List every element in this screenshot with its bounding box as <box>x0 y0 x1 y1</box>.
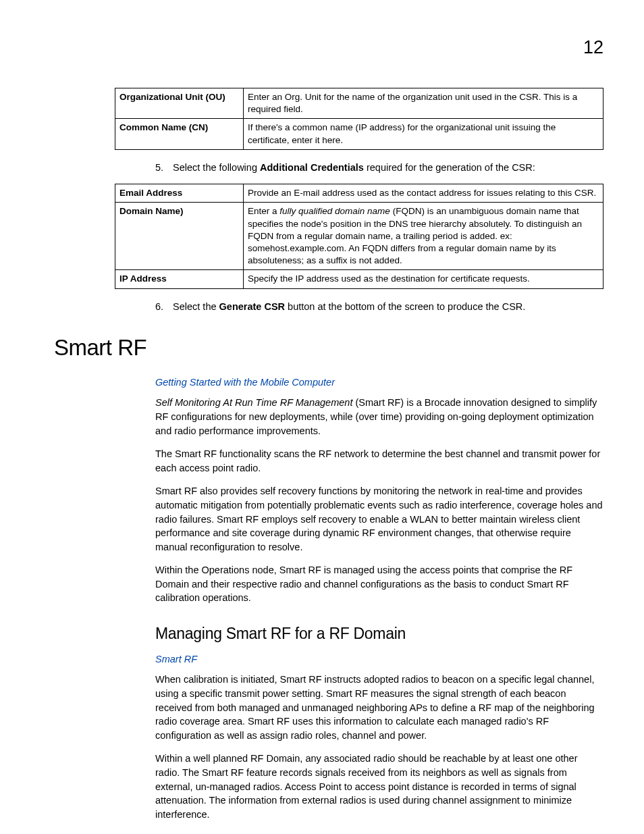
table-csr-fields-1: Organizational Unit (OU) Enter an Org. U… <box>115 88 603 150</box>
table-row: Domain Name) Enter a fully qualified dom… <box>115 203 603 270</box>
table-csr-fields-2: Email Address Provide an E-mail address … <box>115 184 603 289</box>
field-desc: Enter an Org. Unit for the name of the o… <box>244 88 603 119</box>
table-row: Organizational Unit (OU) Enter an Org. U… <box>115 88 603 119</box>
step-text-pre: Select the <box>173 301 219 312</box>
step-text-bold: Generate CSR <box>219 301 286 312</box>
section-title-smart-rf: Smart RF <box>54 332 603 363</box>
field-label: Email Address <box>115 184 244 203</box>
step-number: 5. <box>155 161 170 174</box>
field-label: IP Address <box>115 270 244 288</box>
table-row: Email Address Provide an E-mail address … <box>115 184 603 203</box>
field-label: Common Name (CN) <box>115 119 244 149</box>
field-desc: Specify the IP address used as the desti… <box>244 270 603 288</box>
para-calibration: When calibration is initiated, Smart RF … <box>155 673 603 742</box>
table-row: Common Name (CN) If there's a common nam… <box>115 119 603 149</box>
para-scan: The Smart RF functionality scans the RF … <box>155 447 603 475</box>
desc-pre: Enter a <box>248 206 279 216</box>
para-rf-domain: Within a well planned RF Domain, any ass… <box>155 752 603 821</box>
page-content: Organizational Unit (OU) Enter an Org. U… <box>54 88 603 831</box>
field-desc: If there's a common name (IP address) fo… <box>244 119 603 149</box>
step-text-post: button at the bottom of the screen to pr… <box>285 301 525 312</box>
link-getting-started[interactable]: Getting Started with the Mobile Computer <box>155 375 603 389</box>
field-label: Domain Name) <box>115 203 244 270</box>
page-number: 12 <box>583 35 603 61</box>
link-smart-rf[interactable]: Smart RF <box>155 652 603 666</box>
para-operations: Within the Operations node, Smart RF is … <box>155 563 603 605</box>
step-number: 6. <box>155 300 170 313</box>
field-desc: Enter a fully qualified domain name (FQD… <box>244 203 603 270</box>
field-label: Organizational Unit (OU) <box>115 88 244 119</box>
para-recovery: Smart RF also provides self recovery fun… <box>155 484 603 554</box>
subsection-title-managing: Managing Smart RF for a RF Domain <box>155 623 603 644</box>
step-text-bold: Additional Credentials <box>260 162 364 173</box>
step-text-pre: Select the following <box>173 162 260 173</box>
step-5: 5. Select the following Additional Crede… <box>155 161 603 174</box>
step-6: 6. Select the Generate CSR button at the… <box>155 300 603 313</box>
table-row: IP Address Specify the IP address used a… <box>115 270 603 288</box>
step-text-post: required for the generation of the CSR: <box>364 162 535 173</box>
para-intro: Self Monitoring At Run Time RF Managemen… <box>155 396 603 438</box>
desc-italic: fully qualified domain name <box>279 206 390 216</box>
field-desc: Provide an E-mail address used as the co… <box>244 184 603 203</box>
para-italic: Self Monitoring At Run Time RF Managemen… <box>155 397 352 408</box>
